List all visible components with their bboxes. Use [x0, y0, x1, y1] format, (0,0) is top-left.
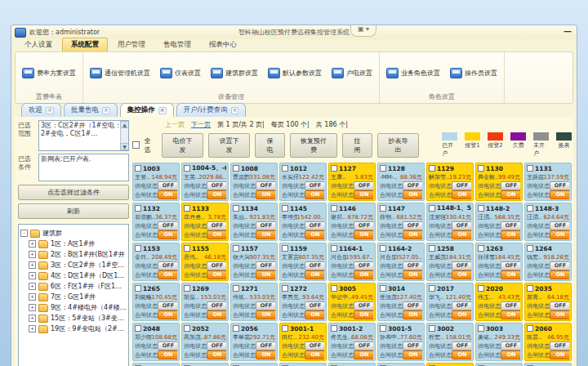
selected-range-listbox[interactable]: 3区：C区2#井（1#空电：2#变电，C区1#… ▲ ▼ [38, 120, 129, 151]
meter-card[interactable]: 3005毕记中..49.45元供电状态OFF合闸状态ON [328, 283, 376, 321]
supply-off-button[interactable]: OFF [403, 301, 422, 310]
toolbar-button-设置下发[interactable]: 设置下发 [208, 133, 250, 158]
supply-off-button[interactable]: OFF [256, 341, 275, 350]
meter-card[interactable]: 1003王管..148.94元供电状态OFF合闸状态ON [132, 163, 180, 201]
card-checkbox[interactable] [184, 165, 190, 172]
meter-card[interactable]: 2020伟玉..43.43元供电状态OFF合闸状态ON [475, 283, 523, 321]
meter-card[interactable]: 1146谢邦..878.72元供电状态OFF合闸状态ON [328, 203, 376, 241]
scroll-down-icon[interactable]: ▼ [120, 143, 129, 150]
switch-on-button[interactable]: ON [403, 350, 422, 359]
supply-off-button[interactable]: OFF [403, 341, 422, 350]
switch-on-button[interactable]: ON [550, 310, 569, 319]
switch-on-button[interactable]: ON [158, 230, 177, 239]
supply-off-button[interactable]: OFF [501, 341, 520, 350]
expand-icon[interactable]: + [29, 283, 36, 290]
meter-card[interactable]: 1271伟筑..533.03元供电状态OFF合闸状态ON [230, 283, 278, 321]
supply-off-button[interactable]: OFF [207, 341, 226, 350]
meter-card[interactable]: 1263往球雪..184.45元供电状态OFF合闸状态ON [475, 243, 523, 281]
toolbar-button-拉闸[interactable]: 拉闸 [342, 133, 372, 158]
meter-card[interactable]: 1164-1河合屋..1595.67..供电状态OFF合闸状态ON [328, 243, 376, 281]
expand-icon[interactable]: + [29, 315, 36, 322]
tree-node[interactable]: +9区：4#楼电井（4#楼… [20, 303, 127, 312]
switch-on-button[interactable]: ON [403, 270, 422, 279]
meter-card[interactable]: 1157铁大兴..907.35元供电状态OFF合闸状态ON [230, 243, 278, 281]
supply-off-button[interactable]: OFF [550, 221, 569, 230]
switch-on-button[interactable]: ON [158, 350, 177, 359]
meter-card[interactable]: 3008周文置..336.23元供电状态OFF合闸状态ON [230, 363, 278, 366]
switch-on-button[interactable]: ON [256, 270, 275, 279]
card-checkbox[interactable] [380, 205, 386, 212]
tab-close-icon[interactable]: × [231, 107, 239, 114]
card-checkbox[interactable] [429, 165, 435, 172]
supply-off-button[interactable]: OFF [158, 341, 177, 350]
switch-on-button[interactable]: ON [452, 310, 471, 319]
meter-card[interactable]: 2056李翠花..292.71元供电状态OFF合闸状态ON [230, 323, 278, 361]
supply-off-button[interactable]: OFF [354, 261, 373, 270]
switch-on-button[interactable]: ON [501, 190, 520, 199]
supply-off-button[interactable]: OFF [403, 221, 422, 230]
card-checkbox[interactable] [380, 245, 386, 252]
meter-card[interactable]: 1129解加莹..19.23元供电状态OFF合闸状态ON [426, 163, 474, 201]
toolbar-button-电价下发[interactable]: 电价下发 [162, 133, 203, 158]
toolbar-button-恢复预付费[interactable]: 恢复预付费 [290, 133, 337, 158]
meter-card[interactable]: 1269胡茄..153.03元供电状态OFF合闸状态ON [181, 283, 229, 321]
supply-off-button[interactable]: OFF [256, 181, 275, 190]
card-checkbox[interactable] [184, 205, 190, 212]
supply-off-button[interactable]: OFF [501, 181, 520, 190]
card-checkbox[interactable] [135, 285, 141, 292]
switch-on-button[interactable]: ON [452, 270, 471, 279]
supply-off-button[interactable]: OFF [452, 341, 471, 350]
card-checkbox[interactable] [184, 325, 190, 332]
expand-icon[interactable]: + [29, 293, 36, 301]
card-checkbox[interactable] [527, 165, 533, 172]
switch-on-button[interactable]: ON [305, 270, 324, 279]
card-checkbox[interactable] [429, 205, 435, 212]
meter-card[interactable]: 1004-5、-6—王英..2029.66..供电状态OFF合闸状态ON [181, 163, 229, 201]
switch-on-button[interactable]: ON [207, 310, 226, 319]
ribbon-button-仪表设置[interactable]: 仪表设置 [157, 55, 204, 91]
card-checkbox[interactable] [331, 165, 337, 172]
ribbon-tab-系统配置[interactable]: 系统配置 [62, 38, 108, 51]
listbox-scrollbar[interactable]: ▲ ▼ [120, 121, 128, 150]
switch-on-button[interactable]: ON [403, 310, 422, 319]
switch-on-button[interactable]: ON [452, 230, 471, 239]
meter-card[interactable]: 2048郑少雨..108.68元供电状态OFF合闸状态ON [132, 323, 180, 361]
card-checkbox[interactable] [527, 325, 533, 332]
expand-icon[interactable]: + [29, 261, 36, 269]
switch-on-button[interactable]: ON [354, 190, 373, 199]
switch-on-button[interactable]: ON [158, 310, 177, 319]
card-checkbox[interactable] [233, 165, 239, 172]
card-checkbox[interactable] [282, 165, 288, 172]
switch-on-button[interactable]: ON [207, 350, 226, 359]
expand-icon[interactable]: + [29, 304, 36, 311]
supply-off-button[interactable]: OFF [354, 341, 373, 350]
supply-off-button[interactable]: OFF [158, 181, 177, 190]
ribbon-collapse-control[interactable]: ▣ ▾ [350, 25, 376, 37]
supply-off-button[interactable]: OFF [305, 221, 324, 230]
switch-on-button[interactable]: ON [354, 350, 373, 359]
tree-node[interactable]: +2区：B区1#井(B区1#井 [20, 250, 127, 259]
switch-on-button[interactable]: ON [550, 270, 569, 279]
ribbon-button-通信管理机设置[interactable]: 通信管理机设置 [87, 55, 154, 91]
ribbon-tab-报表中心[interactable]: 报表中心 [201, 38, 245, 51]
supply-off-button[interactable]: OFF [158, 261, 177, 270]
switch-on-button[interactable]: ON [256, 310, 275, 319]
ribbon-tab-用户管理[interactable]: 用户管理 [109, 38, 154, 51]
doc-tab-欢迎[interactable]: 欢迎× [21, 103, 61, 117]
card-checkbox[interactable] [282, 325, 288, 332]
switch-on-button[interactable]: ON [501, 270, 520, 279]
switch-on-button[interactable]: ON [354, 310, 373, 319]
supply-off-button[interactable]: OFF [354, 221, 373, 230]
supply-off-button[interactable]: OFF [501, 221, 520, 230]
minimize-button[interactable]: — [564, 27, 572, 36]
doc-tab-批量售电[interactable]: 批量售电× [64, 103, 118, 117]
ribbon-tab-个人设置[interactable]: 个人设置 [16, 38, 60, 51]
ribbon-tab-售电管理[interactable]: 售电管理 [155, 38, 199, 51]
meter-card[interactable]: 2060陈晨..46.95元供电状态OFF合闸状态ON [524, 323, 572, 361]
prev-page-link[interactable]: 上一页 [165, 120, 185, 129]
ribbon-button-建筑群设置[interactable]: 建筑群设置 [207, 55, 261, 91]
switch-on-button[interactable]: ON [550, 190, 569, 199]
meter-card[interactable]: 1164-2河合屋..3527.05..供电状态OFF合闸状态ON [377, 243, 425, 281]
tree-node[interactable]: +7区：G区1#井 [20, 292, 127, 301]
supply-off-button[interactable]: OFF [550, 181, 569, 190]
